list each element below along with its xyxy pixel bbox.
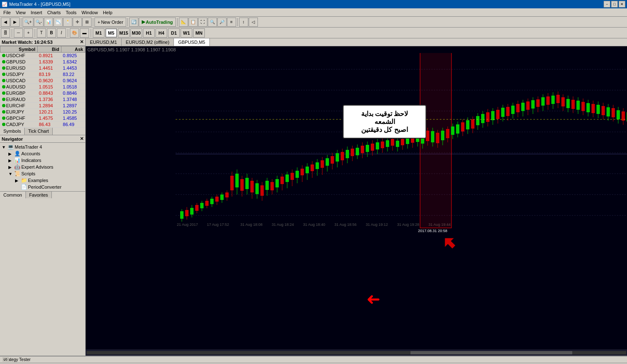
navigator-close[interactable]: ✕: [80, 136, 84, 142]
menu-item-window[interactable]: Window: [79, 9, 100, 16]
chart-line[interactable]: 📊: [44, 18, 53, 27]
market-watch-close[interactable]: ✕: [80, 39, 84, 45]
forward-button[interactable]: ▶: [10, 18, 20, 27]
menu-item-insert[interactable]: Insert: [28, 9, 45, 16]
autotrading-button[interactable]: ▶ AutoTrading: [139, 18, 176, 27]
fullscreen[interactable]: ⛶: [198, 18, 207, 27]
scroll-thumb[interactable]: [410, 351, 572, 354]
minimize-button[interactable]: −: [604, 1, 610, 8]
maximize-button[interactable]: □: [611, 1, 618, 8]
period-m30[interactable]: M30: [130, 28, 142, 38]
color-tool[interactable]: 🎨: [70, 28, 79, 38]
nav-common-tab[interactable]: Common: [0, 192, 26, 198]
chart-zoom-out[interactable]: 🔍-: [34, 18, 43, 27]
market-watch-row[interactable]: EURUSD 1.4451 1.4453: [0, 65, 85, 71]
nav-accounts-item: ▶ 👤 Accounts: [1, 150, 84, 157]
svg-rect-36: [200, 203, 204, 208]
close-button[interactable]: ✕: [619, 1, 625, 8]
indicator-list[interactable]: ≡: [227, 18, 236, 27]
period-h1[interactable]: H1: [143, 28, 155, 38]
nav-period-converter[interactable]: 📄 PeriodConverter: [14, 184, 84, 190]
nav-accounts[interactable]: ▶ 👤 Accounts: [8, 150, 84, 157]
ea-icon: 🤖: [14, 164, 20, 170]
titlebar-title: 📈 MetaTrader 4 - [GBPUSD,M5]: [2, 2, 70, 7]
market-watch-row[interactable]: EURGBP 0.8843 0.8846: [0, 90, 85, 96]
text-tool[interactable]: T: [37, 28, 46, 38]
period-h4[interactable]: H4: [155, 28, 167, 38]
scroll-back[interactable]: ◁: [249, 18, 258, 27]
bid-cell: 1.4575: [37, 115, 61, 121]
folder-icon: 📁: [21, 177, 27, 183]
market-watch-row[interactable]: AUDUSD 1.0515 1.0518: [0, 84, 85, 90]
nav-examples-item: ▶ 📁 Examples: [1, 177, 84, 184]
tab-eurusd-m1[interactable]: EURUSD,M1: [86, 38, 122, 46]
period-d1[interactable]: D1: [168, 28, 180, 38]
menu-item-charts[interactable]: Charts: [45, 9, 63, 16]
templates[interactable]: 📋: [189, 18, 198, 27]
period-m5[interactable]: M5: [105, 28, 117, 38]
market-watch-row[interactable]: CADJPY 86.43 86.49: [0, 121, 85, 128]
market-watch-row[interactable]: EURAUD 1.3736 1.3748: [0, 96, 85, 103]
line-tool[interactable]: ─: [14, 28, 23, 38]
nav-indicators[interactable]: ▶ 📊 Indicators: [8, 157, 84, 164]
chart-zoom-in[interactable]: 🔍+: [23, 18, 33, 27]
svg-rect-94: [346, 150, 349, 158]
svg-rect-139: [456, 124, 459, 134]
market-watch-row[interactable]: USDCAD 0.9620 0.9624: [0, 78, 85, 84]
chart-candle[interactable]: 🕯️: [63, 18, 72, 27]
navigator-toggle[interactable]: 🗄: [1, 28, 10, 38]
bold-tool[interactable]: B: [47, 28, 56, 38]
svg-rect-38: [205, 201, 209, 206]
svg-rect-84: [321, 160, 324, 168]
market-watch-row[interactable]: EURCHF 1.2894 1.2897: [0, 103, 85, 109]
menu-item-tools[interactable]: Tools: [63, 9, 79, 16]
tick-chart-tab[interactable]: Tick Chart: [25, 128, 53, 135]
tab-eurusd-m2[interactable]: EURUSD,M2 (offline): [122, 38, 174, 46]
chart-reload[interactable]: 🔄: [129, 18, 138, 27]
chart-container[interactable]: GBPUSD,M5 1.1907 1.1908 1.1907 1.1908 1.…: [86, 46, 627, 349]
nav-favorites-tab[interactable]: Favorites: [26, 192, 52, 198]
symbols-tab[interactable]: Symbols: [0, 128, 25, 135]
zoom-out2[interactable]: 🔎: [217, 18, 227, 27]
svg-rect-90: [336, 153, 339, 162]
svg-rect-66: [275, 179, 279, 187]
side-tester-tab[interactable]: S: [3, 357, 9, 362]
market-watch-body: USDCHF 0.8921 0.8925 GBPUSD 1.6339 1.634…: [0, 53, 85, 128]
nav-root-label: MetaTrader 4: [15, 144, 42, 149]
back-button[interactable]: ◀: [1, 18, 10, 27]
chart-auto[interactable]: ⊞: [82, 18, 92, 27]
nav-expert-advisors[interactable]: ▶ 🤖 Expert Advisors: [8, 164, 84, 170]
new-order-button[interactable]: + New Order: [94, 18, 126, 27]
menu-item-view[interactable]: View: [13, 9, 28, 16]
svg-rect-203: [617, 110, 620, 119]
svg-rect-197: [602, 106, 605, 115]
market-watch-row[interactable]: USDCHF 0.8921 0.8925: [0, 53, 85, 59]
svg-rect-104: [371, 144, 374, 151]
ask-cell: 1.4453: [61, 65, 85, 71]
market-watch-row[interactable]: GBPUSD 1.6339 1.6342: [0, 59, 85, 65]
ask-cell: 86.49: [61, 121, 85, 128]
chart-scrollbar[interactable]: [86, 349, 627, 356]
market-watch-row[interactable]: USDJPY 83.19 83.22: [0, 71, 85, 78]
chart-bar[interactable]: 📉: [54, 18, 63, 27]
period-m15[interactable]: M15: [118, 28, 130, 38]
crosshair-tool[interactable]: +: [24, 28, 33, 38]
move-chart[interactable]: ↕: [239, 18, 248, 27]
period-mn[interactable]: MN: [193, 28, 205, 38]
menu-item-help[interactable]: Help: [100, 9, 115, 16]
market-watch-row[interactable]: EURJPY 120.21 120.25: [0, 109, 85, 115]
ask-cell: 1.4585: [61, 115, 85, 121]
line-studies[interactable]: 📐: [179, 18, 188, 27]
crosshair[interactable]: ✛: [73, 18, 82, 27]
period-m1[interactable]: M1: [93, 28, 104, 38]
menu-item-file[interactable]: File: [1, 9, 13, 16]
tab-gbpusd-m5[interactable]: GBPUSD,M5: [174, 38, 210, 46]
market-watch-row[interactable]: GBPCHF 1.4575 1.4585: [0, 115, 85, 121]
nav-scripts[interactable]: ▼ 📜 Scripts: [8, 170, 84, 177]
nav-examples[interactable]: ▶ 📁 Examples: [14, 177, 84, 184]
line-width[interactable]: ▬: [80, 28, 89, 38]
period-w1[interactable]: W1: [181, 28, 192, 38]
zoom-in2[interactable]: 🔍: [208, 18, 217, 27]
nav-root[interactable]: ▼ 💻 MetaTrader 4: [1, 144, 84, 150]
italic-tool[interactable]: I: [57, 28, 66, 38]
